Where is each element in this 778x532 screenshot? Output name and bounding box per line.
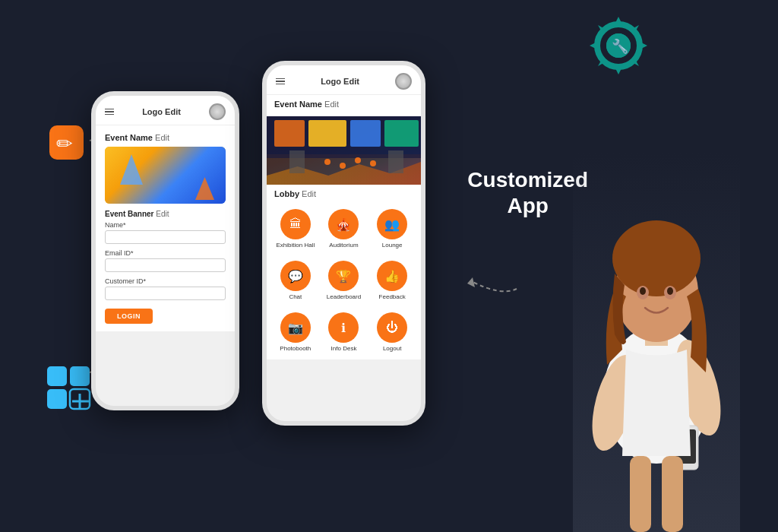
lobby-item-label: Feedback (379, 293, 406, 300)
grid-add-icon (46, 365, 95, 414)
login-button[interactable]: LOGIN (105, 309, 153, 324)
svg-rect-20 (350, 120, 381, 147)
banner-edit-text: Edit (156, 210, 169, 218)
svg-rect-27 (388, 150, 403, 173)
lobby-item-exhibition-hall[interactable]: 🏛Exhibition Hall (273, 204, 318, 253)
lobby-item-logout[interactable]: ⏻Logout (369, 308, 415, 356)
phone-login: Logo Edit Event Name Edit Event Banner E… (91, 91, 239, 410)
svg-point-37 (667, 287, 673, 295)
lobby-item-icon: ℹ (328, 312, 359, 343)
phone2-event-name: Event Name Edit (274, 100, 413, 109)
phone2-header: Logo Edit (267, 65, 421, 95)
svg-point-25 (370, 160, 376, 166)
svg-text:✏: ✏ (56, 132, 73, 155)
svg-rect-8 (70, 366, 90, 386)
lobby-item-label: Chat (289, 293, 302, 300)
lobby-item-icon: ⏻ (377, 312, 407, 343)
email-label: Email ID* (105, 249, 226, 257)
phone-lobby: Logo Edit Event Name Edit (262, 61, 425, 426)
svg-text:🔧: 🔧 (612, 38, 629, 55)
lobby-item-chat[interactable]: 💬Chat (273, 256, 318, 305)
lobby-item-label: Exhibition Hall (276, 242, 315, 249)
lobby-item-icon: 🏆 (328, 261, 359, 291)
email-field-group: Email ID* (105, 249, 226, 272)
svg-point-24 (355, 157, 361, 163)
phone1-logo (209, 103, 226, 120)
lobby-label: Lobby Edit (267, 185, 421, 201)
phone2-hamburger-icon (276, 78, 285, 85)
lobby-item-photobooth[interactable]: 📷Photobooth (273, 308, 318, 356)
customer-field-group: Customer ID* (105, 277, 226, 300)
svg-rect-7 (47, 366, 67, 386)
lobby-3d-scene (267, 116, 421, 185)
banner-label-text: Event Banner (105, 210, 153, 218)
phone2-event-name-area: Event Name Edit (267, 95, 421, 116)
phone2-logo (395, 73, 412, 90)
svg-point-22 (324, 159, 330, 165)
phone1-header: Logo Edit (96, 96, 235, 125)
phone1-header-title: Logo Edit (142, 107, 181, 116)
svg-rect-9 (47, 389, 67, 409)
lobby-item-label: Info Desk (331, 345, 357, 352)
customized-app-heading: Customized App (467, 167, 588, 218)
customized-line1: Customized (467, 167, 588, 193)
lobby-label-text: Lobby (274, 189, 299, 198)
phone2-event-name-text: Event Name (274, 100, 322, 109)
lobby-item-label: Auditorium (329, 242, 358, 249)
gear-icon: 🔧 🔧 (584, 11, 653, 83)
phones-container: Logo Edit Event Name Edit Event Banner E… (91, 61, 425, 426)
lobby-edit-text: Edit (302, 189, 316, 198)
lobby-item-label: Logout (383, 345, 401, 352)
event-name-text: Event Name (105, 133, 153, 142)
lobby-item-label: Lounge (382, 242, 403, 249)
lobby-item-label: Photobooth (280, 345, 311, 352)
phone2-event-name-edit: Edit (324, 100, 339, 109)
lobby-banner-image (267, 116, 421, 185)
lobby-item-label: Leaderboard (327, 293, 361, 300)
person-silhouette (573, 152, 740, 532)
phone1-content: Event Name Edit Event Banner Edit Name* … (96, 125, 235, 331)
phone1-banner-image (105, 147, 226, 204)
lobby-item-icon: 📷 (280, 312, 311, 343)
phone2-header-title: Logo Edit (321, 77, 359, 86)
hamburger-icon (105, 109, 114, 116)
email-input[interactable] (105, 258, 226, 272)
edit-icon: ✏ (46, 122, 87, 163)
customer-label: Customer ID* (105, 277, 226, 285)
person-image (573, 152, 740, 532)
svg-rect-41 (662, 456, 683, 532)
lobby-item-icon: 👥 (377, 209, 407, 239)
lobby-item-auditorium[interactable]: 🎪Auditorium (321, 204, 367, 253)
svg-point-36 (640, 287, 646, 295)
svg-rect-40 (630, 456, 651, 532)
lobby-item-info-desk[interactable]: ℹInfo Desk (321, 308, 367, 356)
lobby-item-lounge[interactable]: 👥Lounge (369, 204, 415, 253)
customer-input[interactable] (105, 287, 226, 300)
phone1-event-name: Event Name Edit (105, 133, 226, 142)
isometric-illustration (105, 147, 226, 204)
lobby-item-leaderboard[interactable]: 🏆Leaderboard (321, 256, 367, 305)
svg-point-23 (340, 163, 346, 169)
svg-rect-18 (274, 120, 305, 147)
lobby-item-icon: 🎪 (328, 209, 359, 239)
svg-rect-26 (289, 150, 305, 173)
svg-rect-19 (308, 120, 346, 147)
lobby-item-icon: 💬 (280, 261, 311, 291)
name-field-group: Name* (105, 221, 226, 244)
customized-line2: App (467, 193, 588, 219)
lobby-item-feedback[interactable]: 👍Feedback (369, 256, 415, 305)
svg-marker-15 (467, 277, 475, 287)
lobby-grid: 🏛Exhibition Hall🎪Auditorium👥Lounge💬Chat🏆… (267, 201, 421, 359)
name-label: Name* (105, 221, 226, 229)
svg-point-33 (612, 220, 701, 296)
event-name-edit: Edit (155, 133, 169, 142)
lobby-item-icon: 👍 (377, 261, 407, 291)
name-input[interactable] (105, 230, 226, 244)
lobby-item-icon: 🏛 (280, 209, 311, 239)
svg-rect-21 (384, 120, 419, 147)
phone1-banner-label: Event Banner Edit (105, 210, 226, 218)
